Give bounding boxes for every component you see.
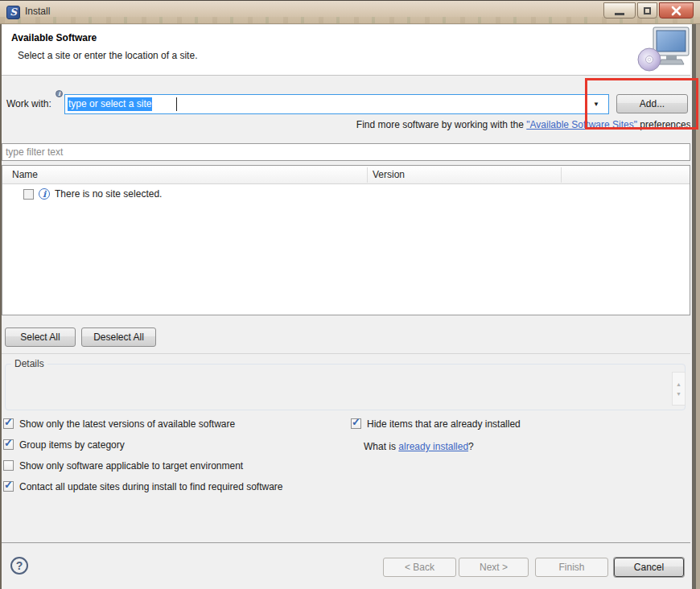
close-button[interactable] <box>659 2 694 19</box>
maximize-icon <box>644 7 651 14</box>
column-header-name[interactable]: Name <box>12 166 38 183</box>
table-header: Name Version <box>2 166 690 184</box>
row-label: There is no site selected. <box>55 187 162 202</box>
info-icon: i <box>39 188 50 200</box>
option-checkbox[interactable] <box>3 481 14 492</box>
option-checkbox[interactable] <box>3 439 14 450</box>
minimize-button[interactable] <box>603 2 636 19</box>
section-divider <box>0 353 690 354</box>
close-icon <box>671 6 681 16</box>
option-checkbox[interactable] <box>3 418 14 429</box>
details-group <box>5 364 686 410</box>
annotation-rectangle <box>585 78 698 130</box>
option-label: Group items by category <box>19 439 125 451</box>
titlebar[interactable]: S Install <box>0 0 700 24</box>
page-title: Available Software <box>11 32 97 43</box>
option-checkbox[interactable] <box>351 418 361 429</box>
footer-divider <box>0 542 700 543</box>
text-caret <box>176 97 177 111</box>
work-with-label: Work with: <box>6 98 51 109</box>
cancel-button[interactable]: Cancel <box>614 558 684 577</box>
app-icon: S <box>6 6 20 19</box>
info-superscript-icon: i <box>56 90 63 97</box>
help-button[interactable]: ? <box>10 557 28 575</box>
combo-selected-text[interactable]: type or select a site <box>68 97 152 111</box>
page-subtitle: Select a site or enter the location of a… <box>18 50 197 61</box>
details-label: Details <box>11 358 47 369</box>
software-table[interactable]: Name Version i There is no site selected… <box>2 165 690 315</box>
option-group-by-category[interactable]: Group items by category <box>3 439 349 452</box>
option-label: Show only the latest versions of availab… <box>19 418 235 430</box>
filter-input[interactable] <box>2 143 690 161</box>
what-is-text: What is already installed? <box>364 441 474 452</box>
option-label: Show only software applicable to target … <box>19 460 243 472</box>
work-with-combo[interactable]: type or select a site ▼ <box>64 94 609 114</box>
option-hide-installed[interactable]: Hide items that are already installed <box>351 418 689 431</box>
what-is-prefix: What is <box>364 441 398 452</box>
maximize-button[interactable] <box>637 2 657 19</box>
option-target-environment[interactable]: Show only software applicable to target … <box>3 460 349 473</box>
row-checkbox[interactable] <box>23 189 34 200</box>
option-checkbox[interactable] <box>3 460 14 471</box>
option-label: Contact all update sites during install … <box>19 481 283 493</box>
wizard-header: Available Software Select a site or ente… <box>2 25 690 76</box>
what-is-suffix: ? <box>468 441 474 452</box>
option-show-latest[interactable]: Show only the latest versions of availab… <box>3 418 349 431</box>
deselect-all-button[interactable]: Deselect All <box>81 327 156 347</box>
scroll-down-icon[interactable]: ▼ <box>676 391 681 397</box>
titlebar-texture <box>0 17 700 23</box>
already-installed-link[interactable]: already installed <box>398 441 468 452</box>
next-button[interactable]: Next > <box>459 558 529 577</box>
window-border-left <box>0 0 2 589</box>
option-label: Hide items that are already installed <box>367 418 521 430</box>
table-row[interactable]: i There is no site selected. <box>2 187 690 203</box>
install-software-icon <box>637 26 692 75</box>
scroll-up-icon[interactable]: ▲ <box>676 381 681 387</box>
window-title: Install <box>25 1 50 23</box>
column-separator[interactable] <box>367 167 368 183</box>
find-more-prefix: Find more software by working with the <box>356 119 526 130</box>
column-header-version[interactable]: Version <box>373 166 405 183</box>
select-all-button[interactable]: Select All <box>5 327 76 347</box>
finish-button[interactable]: Finish <box>535 558 608 577</box>
details-scrollbar[interactable]: ▲ ▼ <box>672 372 686 406</box>
option-contact-update-sites[interactable]: Contact all update sites during install … <box>3 481 349 494</box>
install-dialog-window: S Install Available Software Select a si… <box>0 0 700 589</box>
column-separator[interactable] <box>561 167 562 183</box>
back-button[interactable]: < Back <box>383 558 456 577</box>
question-icon: ? <box>16 559 23 572</box>
minimize-icon <box>615 13 624 15</box>
